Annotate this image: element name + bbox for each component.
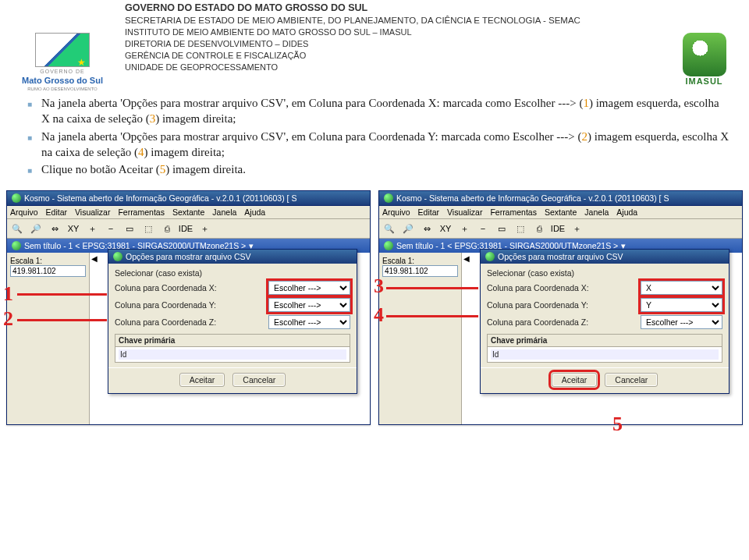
cancel-button[interactable]: Cancelar — [605, 373, 658, 387]
coord-z-select[interactable]: Escolher ---> — [641, 315, 722, 329]
dialog-title: Opções para mostrar arquivo CSV — [498, 252, 623, 261]
imasul-icon — [683, 33, 726, 76]
globe-icon — [12, 193, 21, 203]
globe-icon — [384, 241, 393, 250]
rect-icon[interactable]: ▭ — [122, 222, 137, 236]
annotation-line — [17, 319, 107, 321]
xy-icon[interactable]: XY — [438, 222, 453, 236]
coord-y-label: Coluna para Coordenada Y: — [487, 300, 637, 310]
minus-icon[interactable]: − — [476, 222, 490, 236]
menu-ferramentas[interactable]: Ferramentas — [490, 207, 537, 217]
menu-sextante[interactable]: Sextante — [172, 207, 204, 217]
rect-icon[interactable]: ▭ — [495, 222, 509, 236]
menu-ajuda[interactable]: Ajuda — [616, 207, 637, 217]
coord-y-select[interactable]: Y — [641, 298, 722, 312]
menu-editar[interactable]: Editar — [46, 207, 67, 217]
primary-key-item[interactable]: Id — [119, 349, 346, 360]
csv-options-dialog: Opções para mostrar arquivo CSV Selecion… — [108, 249, 357, 394]
coord-z-select[interactable]: Escolher ---> — [268, 315, 350, 329]
toolbar: 🔍 🔎 ⇔ XY ＋ − ▭ ⬚ ⎙ IDE ＋ — [379, 219, 742, 239]
pan-icon[interactable]: ⇔ — [420, 222, 434, 236]
globe-icon — [384, 193, 393, 203]
scale-input[interactable] — [382, 265, 458, 277]
add-icon[interactable]: ＋ — [197, 222, 211, 236]
annotation-line — [386, 287, 478, 289]
menu-visualizar[interactable]: Visualizar — [447, 207, 482, 217]
menu-janela[interactable]: Janela — [212, 207, 236, 217]
scale-input[interactable] — [10, 265, 86, 277]
menubar[interactable]: Arquivo Editar Visualizar Ferramentas Se… — [7, 206, 370, 219]
select-icon[interactable]: ⬚ — [141, 222, 155, 236]
ide-icon[interactable]: IDE — [179, 222, 193, 236]
menu-editar[interactable]: Editar — [418, 207, 439, 217]
chevron-left-icon[interactable]: ◀ — [463, 254, 470, 263]
chevron-left-icon[interactable]: ◀ — [91, 254, 98, 263]
dialog-title: Opções para mostrar arquivo CSV — [126, 252, 250, 261]
titlebar: Kosmo - Sistema aberto de Informação Geo… — [379, 191, 742, 206]
cancel-button[interactable]: Cancelar — [233, 373, 286, 387]
instruction-item: Clique no botão Aceitar (5) imagem direi… — [27, 161, 729, 177]
xy-icon[interactable]: XY — [66, 222, 80, 236]
coord-x-select[interactable]: X — [641, 281, 722, 295]
globe-icon — [113, 252, 122, 261]
minus-icon[interactable]: − — [104, 222, 118, 236]
zoom-out-icon[interactable]: 🔎 — [29, 222, 43, 236]
plus-icon[interactable]: ＋ — [457, 222, 471, 236]
instruction-item: Na janela aberta 'Opções para mostrar ar… — [27, 129, 729, 161]
header-line: GOVERNO DO ESTADO DO MATO GROSSO DO SUL — [125, 2, 659, 15]
header-line: DIRETORIA DE DESENVOLVIMENTO – DIDES — [125, 38, 659, 50]
menu-sextante[interactable]: Sextante — [545, 207, 577, 217]
coord-z-label: Coluna para Coordenada Z: — [487, 317, 637, 327]
logo-small-text: GOVERNO DE — [40, 69, 84, 74]
primary-key-box: Chave primária Id — [487, 334, 722, 363]
logo-imasul: IMASUL — [667, 2, 741, 86]
gov-header: GOVERNO DO ESTADO DO MATO GROSSO DO SUL … — [125, 2, 659, 73]
flag-icon — [35, 33, 90, 67]
menu-ferramentas[interactable]: Ferramentas — [118, 207, 165, 217]
instruction-list: Na janela aberta 'Opções para mostrar ar… — [0, 91, 749, 183]
pan-icon[interactable]: ⇔ — [48, 222, 62, 236]
coord-x-select[interactable]: Escolher ---> — [268, 281, 350, 295]
coord-z-label: Coluna para Coordenada Z: — [115, 317, 265, 327]
coord-y-select[interactable]: Escolher ---> — [268, 298, 350, 312]
logo-tag-text: RUMO AO DESENVOLVIMENTO — [27, 87, 97, 91]
primary-key-box: Chave primária Id — [115, 334, 350, 363]
primary-key-item[interactable]: Id — [491, 349, 719, 360]
logo-main-text: Mato Grosso do Sul — [22, 76, 103, 85]
add-icon[interactable]: ＋ — [570, 222, 584, 236]
globe-icon — [12, 241, 21, 250]
ide-icon[interactable]: IDE — [551, 222, 565, 236]
zoom-out-icon[interactable]: 🔎 — [401, 222, 415, 236]
plus-icon[interactable]: ＋ — [85, 222, 99, 236]
primary-key-header: Chave primária — [115, 335, 350, 347]
window-title: Kosmo - Sistema aberto de Informação Geo… — [396, 193, 669, 203]
logo-mato-grosso: GOVERNO DE Mato Grosso do Sul RUMO AO DE… — [8, 2, 117, 91]
selector-label: Selecionar (caso exista) — [487, 268, 722, 278]
menu-ajuda[interactable]: Ajuda — [244, 207, 265, 217]
accept-button[interactable]: Aceitar — [552, 373, 598, 387]
selector-label: Selecionar (caso exista) — [115, 268, 350, 278]
scale-label: Escala 1: — [382, 257, 414, 265]
print-icon[interactable]: ⎙ — [160, 222, 174, 236]
zoom-in-icon[interactable]: 🔍 — [382, 222, 396, 236]
header-line: UNIDADE DE GEOPROCESSAMENTO — [125, 62, 659, 73]
coord-y-label: Coluna para Coordenada Y: — [115, 300, 265, 310]
zoom-in-icon[interactable]: 🔍 — [10, 222, 24, 236]
window-title: Kosmo - Sistema aberto de Informação Geo… — [24, 193, 296, 203]
menubar[interactable]: Arquivo Editar Visualizar Ferramentas Se… — [379, 206, 742, 219]
imasul-text: IMASUL — [685, 76, 722, 86]
select-icon[interactable]: ⬚ — [513, 222, 527, 236]
header-line: INSTITUTO DE MEIO AMBIENTE DO MATO GROSS… — [125, 27, 659, 38]
menu-janela[interactable]: Janela — [584, 207, 609, 217]
toolbar: 🔍 🔎 ⇔ XY ＋ − ▭ ⬚ ⎙ IDE ＋ — [7, 219, 370, 239]
side-panel: Escala 1: — [7, 253, 90, 424]
menu-visualizar[interactable]: Visualizar — [75, 207, 110, 217]
csv-options-dialog: Opções para mostrar arquivo CSV Selecion… — [480, 249, 729, 394]
print-icon[interactable]: ⎙ — [532, 222, 546, 236]
accept-button[interactable]: Aceitar — [179, 373, 225, 387]
screenshot-left: Kosmo - Sistema aberto de Informação Geo… — [6, 190, 371, 425]
annotation-line — [17, 293, 107, 296]
annotation-line — [386, 315, 478, 317]
menu-arquivo[interactable]: Arquivo — [382, 207, 410, 217]
menu-arquivo[interactable]: Arquivo — [10, 207, 38, 217]
